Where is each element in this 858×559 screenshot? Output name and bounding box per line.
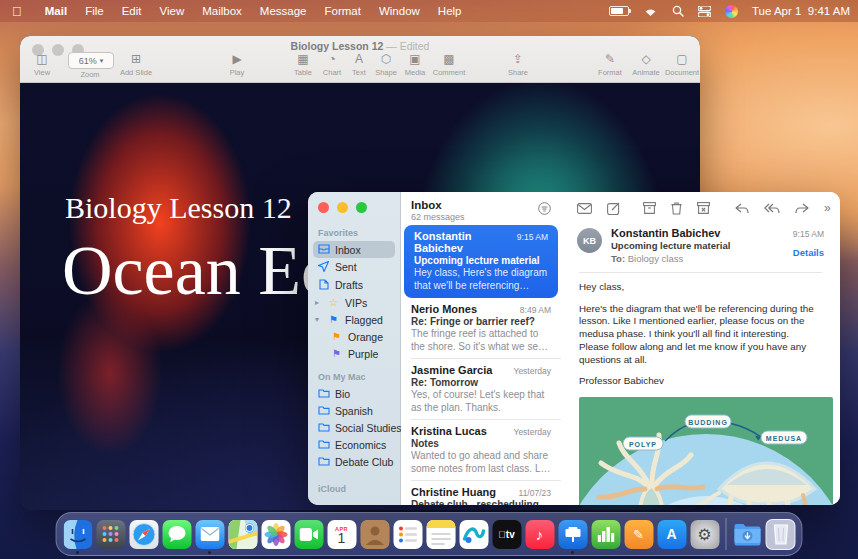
icloud-header[interactable]: iCloud <box>318 484 400 494</box>
dock-keynote[interactable] <box>558 513 588 555</box>
message-row[interactable]: Jasmine GarciaYesterday Re: Tomorrow Yes… <box>401 359 561 420</box>
attachment-diagram[interactable]: POLYP BUDDING MEDUSA <box>579 397 833 505</box>
dock-finder[interactable] <box>63 513 93 555</box>
dock-trash[interactable] <box>766 513 796 555</box>
shape-button[interactable]: ⬡Shape <box>375 53 397 77</box>
text-button[interactable]: AText <box>352 53 366 77</box>
get-mail-icon[interactable] <box>577 203 592 214</box>
menu-format[interactable]: Format <box>316 5 370 17</box>
zoom-button[interactable] <box>356 202 367 213</box>
message-preview: Hey class, Here's the diagram that we'll… <box>414 267 548 292</box>
chart-button[interactable]: ◔Chart <box>323 53 341 77</box>
dock-app-store[interactable]: A <box>657 513 687 555</box>
format-button[interactable]: ✎Format <box>598 53 622 77</box>
sidebar-item-vips[interactable]: ▸ ☆ VIPs <box>313 294 395 311</box>
detail-sender-name: Konstantin Babichev <box>611 227 822 239</box>
forward-icon[interactable] <box>795 203 809 214</box>
sidebar-folder-social-studies[interactable]: Social Studies <box>313 419 395 436</box>
chevron-down-icon[interactable]: ▾ <box>315 315 322 324</box>
animate-button[interactable]: ◇Animate <box>632 53 660 77</box>
sidebar-item-inbox[interactable]: Inbox <box>313 241 395 258</box>
view-button[interactable]: ◫View <box>34 53 50 77</box>
menu-file[interactable]: File <box>76 5 113 17</box>
sidebar-item-drafts[interactable]: Drafts <box>313 276 395 294</box>
play-button[interactable]: ▶Play <box>230 53 245 77</box>
sender-name: Konstantin Babichev <box>414 230 517 254</box>
menu-message[interactable]: Message <box>251 5 316 17</box>
svg-text:MEDUSA: MEDUSA <box>766 435 802 442</box>
sidebar-item-flag-orange[interactable]: ⚑ Orange <box>326 328 395 345</box>
zoom-select[interactable]: 61%▾ <box>68 52 114 69</box>
menu-mailbox[interactable]: Mailbox <box>193 5 251 17</box>
reply-icon[interactable] <box>735 203 749 214</box>
dock-messages[interactable] <box>162 513 192 555</box>
sidebar-folder-economics[interactable]: Economics <box>313 436 395 453</box>
message-row[interactable]: Christine Huang11/07/23 Debate club - re… <box>401 481 561 505</box>
sidebar-item-sent[interactable]: Sent <box>313 258 395 276</box>
menu-window[interactable]: Window <box>370 5 429 17</box>
sidebar-item-flagged[interactable]: ▾ ⚑ Flagged <box>313 311 395 328</box>
message-row[interactable]: Nerio Mones8:49 AM Re: Fringe or barrier… <box>401 298 561 359</box>
sidebar-folder-spanish[interactable]: Spanish <box>313 402 395 419</box>
message-row-selected[interactable]: Konstantin Babichev9:15 AM Upcoming lect… <box>404 225 558 298</box>
dock-music[interactable]: ♪ <box>525 513 555 555</box>
sidebar-item-label: Orange <box>348 331 383 343</box>
menu-edit[interactable]: Edit <box>113 5 151 17</box>
sidebar-item-flag-purple[interactable]: ⚑ Purple <box>326 345 395 362</box>
dock-freeform[interactable] <box>459 513 489 555</box>
message-time: 9:15 AM <box>517 232 548 242</box>
sidebar-folder-bio[interactable]: Bio <box>313 385 395 402</box>
document-button[interactable]: ▢Document <box>665 53 699 77</box>
comment-button[interactable]: ▩Comment <box>433 53 466 77</box>
spotlight-search-icon[interactable] <box>672 5 684 17</box>
dock-pages[interactable]: ✎ <box>624 513 654 555</box>
dock-numbers[interactable] <box>591 513 621 555</box>
filter-icon[interactable] <box>538 201 551 219</box>
minimize-button[interactable] <box>337 202 348 213</box>
wifi-icon[interactable] <box>643 6 658 17</box>
tv-glyph: tv <box>498 529 514 540</box>
sidebar-item-label: Debate Club <box>335 456 393 468</box>
dock-photos[interactable] <box>261 513 291 555</box>
mail-window-controls[interactable] <box>318 202 367 213</box>
menu-bar:  Mail File Edit View Mailbox Message Fo… <box>0 0 858 22</box>
media-button[interactable]: ▣Media <box>405 53 425 77</box>
dock-facetime[interactable] <box>294 513 324 555</box>
dock-downloads-folder[interactable] <box>733 513 763 555</box>
message-row[interactable]: Kristina LucasYesterday Notes Wanted to … <box>401 420 561 481</box>
dock-calendar[interactable]: APR1 <box>327 513 357 555</box>
junk-icon[interactable] <box>697 202 710 214</box>
battery-icon[interactable] <box>609 6 629 16</box>
menu-view[interactable]: View <box>150 5 193 17</box>
more-actions-icon[interactable]: » <box>824 201 831 215</box>
dock-contacts[interactable] <box>360 513 390 555</box>
comment-icon: ▩ <box>433 53 466 67</box>
dock-apple-tv[interactable]: tv <box>492 513 522 555</box>
table-icon: ▦ <box>294 53 312 67</box>
share-button[interactable]: ⇪Share <box>508 53 528 77</box>
menu-mail[interactable]: Mail <box>36 5 76 17</box>
reply-all-icon[interactable] <box>764 203 780 214</box>
apple-menu-icon[interactable]:  <box>12 4 22 19</box>
table-button[interactable]: ▦Table <box>294 53 312 77</box>
control-center-icon[interactable] <box>698 6 711 17</box>
trash-icon[interactable] <box>671 202 682 215</box>
dock-mail[interactable] <box>195 513 225 555</box>
compose-icon[interactable] <box>607 202 620 215</box>
sidebar-folder-debate-club[interactable]: Debate Club <box>313 453 395 470</box>
menu-help[interactable]: Help <box>429 5 471 17</box>
archive-icon[interactable] <box>643 202 656 214</box>
dock-notes[interactable] <box>426 513 456 555</box>
dock-reminders[interactable] <box>393 513 423 555</box>
menu-bar-clock[interactable]: Tue Apr 1 9:41 AM <box>752 5 850 17</box>
dock-system-settings[interactable]: ⚙ <box>690 513 720 555</box>
siri-icon[interactable] <box>725 5 738 18</box>
dock-safari[interactable] <box>129 513 159 555</box>
close-button[interactable] <box>318 202 329 213</box>
add-slide-button[interactable]: ⊞Add Slide <box>120 53 152 77</box>
dock-launchpad[interactable] <box>96 513 126 555</box>
add-slide-icon: ⊞ <box>120 53 152 67</box>
details-link[interactable]: Details <box>793 247 824 258</box>
dock-maps[interactable] <box>228 513 258 555</box>
chevron-right-icon[interactable]: ▸ <box>315 298 322 307</box>
